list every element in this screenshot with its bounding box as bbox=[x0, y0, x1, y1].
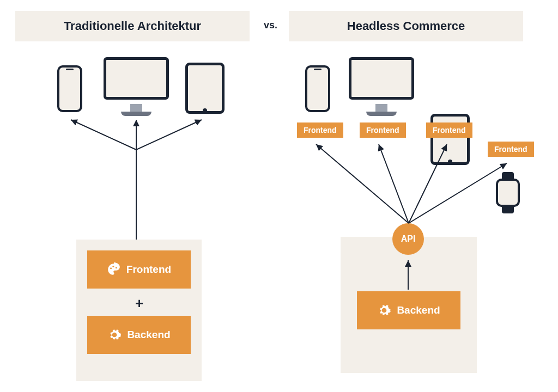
phone-icon bbox=[57, 65, 82, 112]
phone-icon bbox=[305, 65, 330, 112]
svg-point-4 bbox=[110, 267, 112, 269]
monitor-icon bbox=[104, 57, 169, 100]
title-headless: Headless Commerce bbox=[347, 19, 465, 33]
gear-icon bbox=[377, 303, 391, 317]
arrows-left bbox=[44, 117, 218, 248]
frontend-box: Frontend bbox=[87, 250, 191, 289]
svg-line-3 bbox=[136, 120, 202, 150]
backend-box-right: Backend bbox=[357, 291, 460, 329]
gear-icon bbox=[107, 328, 122, 342]
monitor-icon bbox=[349, 57, 414, 100]
tablet-icon bbox=[430, 114, 470, 165]
frontend-badge: Frontend bbox=[360, 122, 406, 138]
svg-line-10 bbox=[409, 163, 507, 223]
frontend-badge: Frontend bbox=[297, 122, 343, 138]
header-left: Traditionelle Architektur bbox=[15, 11, 250, 41]
watch-icon bbox=[496, 179, 520, 207]
frontend-box-label: Frontend bbox=[126, 264, 171, 275]
backend-box-left: Backend bbox=[87, 316, 191, 354]
palette-icon bbox=[107, 262, 121, 277]
svg-line-7 bbox=[316, 144, 409, 223]
header-right: Headless Commerce bbox=[289, 11, 523, 41]
api-node: API bbox=[392, 223, 424, 255]
svg-line-1 bbox=[71, 120, 136, 150]
backend-box-right-label: Backend bbox=[397, 304, 440, 316]
plus-symbol: + bbox=[135, 295, 143, 312]
frontend-badge: Frontend bbox=[488, 142, 534, 157]
svg-point-6 bbox=[116, 267, 117, 268]
vs-label: vs. bbox=[264, 20, 277, 31]
title-traditional: Traditionelle Architektur bbox=[64, 19, 201, 33]
backend-box-left-label: Backend bbox=[127, 329, 170, 341]
frontend-badge: Frontend bbox=[426, 122, 472, 138]
svg-line-8 bbox=[379, 144, 409, 223]
tablet-icon bbox=[185, 63, 225, 114]
svg-point-5 bbox=[112, 266, 114, 267]
